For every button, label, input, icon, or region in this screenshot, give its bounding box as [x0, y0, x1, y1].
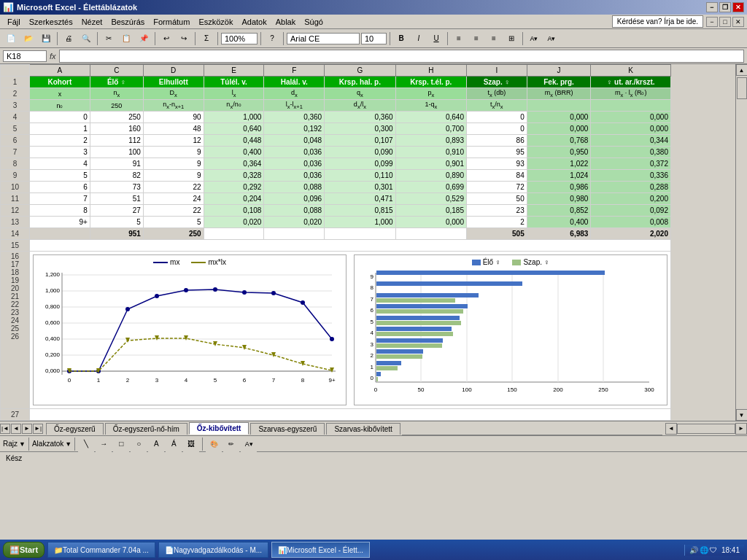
cell-7-H[interactable]: 0,910: [395, 147, 466, 158]
cell-5-F[interactable]: 0,192: [264, 123, 325, 135]
menu-help[interactable]: Súgó: [300, 16, 328, 28]
cut-btn[interactable]: ✂: [101, 31, 117, 47]
cell-8-K[interactable]: 0,372: [591, 158, 671, 170]
cell-11-E[interactable]: 0,204: [204, 193, 264, 205]
cell-10-J[interactable]: 0,986: [527, 182, 591, 193]
col-header-G[interactable]: G: [325, 65, 395, 77]
cell-13-K[interactable]: 0,008: [591, 217, 671, 228]
col-header-K[interactable]: K: [591, 65, 671, 77]
cell-4-D[interactable]: 90: [143, 112, 204, 123]
minimize-btn[interactable]: −: [706, 2, 718, 12]
tab-oz-kibovitett[interactable]: Őz-kibővített: [189, 422, 249, 435]
cell-4-C[interactable]: 250: [90, 112, 143, 123]
cell-4-E[interactable]: 1,000: [204, 112, 264, 123]
cell-10-K[interactable]: 0,288: [591, 182, 671, 193]
app-minimize-btn[interactable]: −: [706, 17, 718, 27]
cell-12-G[interactable]: 0,815: [325, 205, 395, 217]
taskbar-item-1[interactable]: 📄 Nagyvadgazdálkodás - M...: [158, 542, 268, 558]
cell-12-J[interactable]: 0,852: [527, 205, 591, 217]
cell-9-I[interactable]: 84: [466, 170, 527, 182]
cell-8-G[interactable]: 0,099: [325, 158, 395, 170]
merge-btn[interactable]: ⊞: [503, 31, 519, 47]
font-selector[interactable]: [287, 33, 360, 44]
cell-9-G[interactable]: 0,110: [325, 170, 395, 182]
redo-btn[interactable]: ↪: [176, 31, 192, 47]
cell-8-C[interactable]: 91: [90, 158, 143, 170]
cell-12-H[interactable]: 0,185: [395, 205, 466, 217]
col-header-J[interactable]: J: [527, 65, 591, 77]
header-tulel[interactable]: Túlél. v.: [204, 77, 264, 88]
tab-last-btn[interactable]: ►|: [33, 424, 43, 434]
cell-8-E[interactable]: 0,364: [204, 158, 264, 170]
cell-6-J[interactable]: 0,768: [527, 135, 591, 147]
menu-edit[interactable]: Szerkesztés: [25, 16, 77, 28]
cell-12-E[interactable]: 0,108: [204, 205, 264, 217]
draw-line-color-btn[interactable]: ✏: [223, 436, 239, 452]
cell-11-C[interactable]: 51: [90, 193, 143, 205]
cell-4-K[interactable]: 0,000: [591, 112, 671, 123]
cell-4-G[interactable]: 0,360: [325, 112, 395, 123]
taskbar-item-2[interactable]: 📊 Microsoft Excel - Élett...: [271, 542, 370, 558]
header-szap[interactable]: Szap. ♀: [466, 77, 527, 88]
col-header-H[interactable]: H: [395, 65, 466, 77]
cell-7-G[interactable]: 0,090: [325, 147, 395, 158]
font-size[interactable]: [361, 33, 387, 44]
cell-8-H[interactable]: 0,901: [395, 158, 466, 170]
app-restore-btn[interactable]: □: [719, 17, 731, 27]
font-color-btn[interactable]: A▾: [543, 31, 560, 47]
help-btn[interactable]: ?: [264, 31, 280, 47]
cell-9-E[interactable]: 0,328: [204, 170, 264, 182]
cell-10-A[interactable]: 6: [30, 182, 90, 193]
restore-btn[interactable]: ❐: [719, 2, 731, 12]
align-left-btn[interactable]: ≡: [451, 31, 467, 47]
app-close-btn[interactable]: ✕: [732, 17, 744, 27]
cell-4-J[interactable]: 0,000: [527, 112, 591, 123]
align-center-btn[interactable]: ≡: [468, 31, 484, 47]
cell-6-G[interactable]: 0,107: [325, 135, 395, 147]
cell-9-A[interactable]: 5: [30, 170, 90, 182]
col-header-F[interactable]: F: [264, 65, 325, 77]
paste-btn[interactable]: 📌: [136, 31, 152, 47]
header-krsp-tel[interactable]: Krsp. t.él. p.: [395, 77, 466, 88]
cell-9-C[interactable]: 82: [90, 170, 143, 182]
cell-6-A[interactable]: 2: [30, 135, 90, 147]
cell-11-J[interactable]: 0,980: [527, 193, 591, 205]
menu-file[interactable]: Fájl: [3, 16, 25, 28]
cell-6-F[interactable]: 0,048: [264, 135, 325, 147]
tab-prev-btn[interactable]: ◄: [11, 424, 21, 434]
cell-13-G[interactable]: 1,000: [325, 217, 395, 228]
italic-btn[interactable]: I: [411, 31, 427, 47]
name-box[interactable]: [3, 50, 47, 62]
menu-format[interactable]: Formátum: [149, 16, 194, 28]
copy-btn[interactable]: 📋: [118, 31, 134, 47]
save-btn[interactable]: 💾: [38, 31, 54, 47]
help-box[interactable]: Kérdése van? Írja be ide.: [612, 15, 703, 28]
cell-6-D[interactable]: 12: [143, 135, 204, 147]
cell-10-F[interactable]: 0,088: [264, 182, 325, 193]
cell-4-I[interactable]: 0: [466, 112, 527, 123]
header-kohort[interactable]: Kohort: [30, 77, 90, 88]
tab-oz-no-him[interactable]: Őz-egyszerű-nő-hím: [105, 423, 187, 435]
close-btn[interactable]: ✕: [732, 2, 744, 12]
cell-9-H[interactable]: 0,890: [395, 170, 466, 182]
draw-arrow-btn[interactable]: →: [96, 436, 112, 452]
cell-7-K[interactable]: 0,380: [591, 147, 671, 158]
cell-11-D[interactable]: 24: [143, 193, 204, 205]
header-krsp-hal[interactable]: Krsp. hal. p.: [325, 77, 395, 88]
cell-13-A[interactable]: 9+: [30, 217, 90, 228]
cell-8-D[interactable]: 9: [143, 158, 204, 170]
scroll-up-btn[interactable]: ▲: [736, 64, 748, 76]
cell-7-F[interactable]: 0,036: [264, 147, 325, 158]
cell-7-C[interactable]: 100: [90, 147, 143, 158]
cell-13-J[interactable]: 0,400: [527, 217, 591, 228]
cell-7-D[interactable]: 9: [143, 147, 204, 158]
header-ut-ar[interactable]: ♀ ut. ar./krszt.: [591, 77, 671, 88]
cell-13-C[interactable]: 5: [90, 217, 143, 228]
header-halal[interactable]: Halál. v.: [264, 77, 325, 88]
col-header-A[interactable]: A: [30, 65, 90, 77]
formula-input[interactable]: [59, 50, 744, 63]
draw-textbox-btn[interactable]: A: [148, 436, 164, 452]
tab-oz-egyszeru[interactable]: Őz-egyszerű: [46, 423, 104, 435]
tab-szarvas-kibovitett[interactable]: Szarvas-kibővített: [326, 423, 400, 435]
cell-13-H[interactable]: 0,000: [395, 217, 466, 228]
